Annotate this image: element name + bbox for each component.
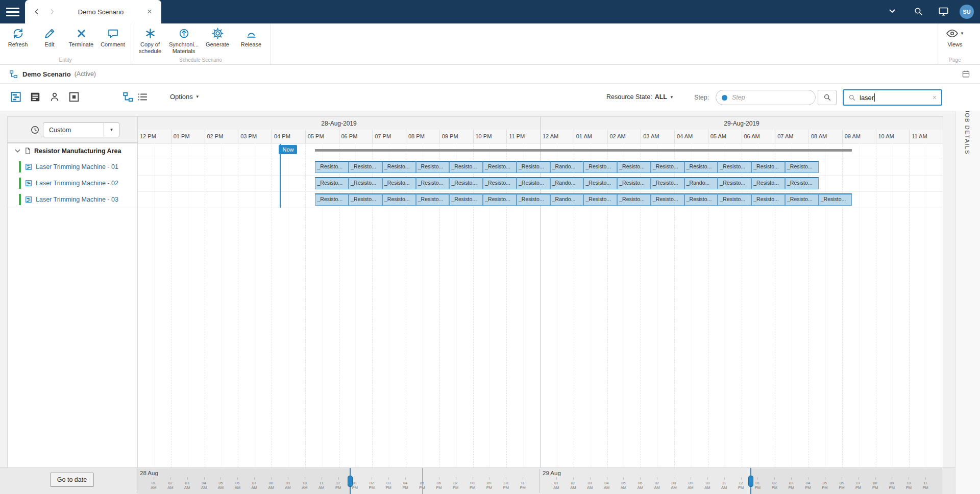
forward-icon[interactable] xyxy=(44,4,60,19)
back-icon[interactable] xyxy=(29,4,44,19)
task-bar[interactable]: _Resisto... xyxy=(449,193,483,206)
task-bar[interactable]: _Resisto... xyxy=(517,161,550,173)
go-to-date-button[interactable]: Go to date xyxy=(50,473,94,487)
views-button[interactable]: ▼ Views xyxy=(940,27,970,48)
search-icon[interactable] xyxy=(914,7,923,16)
task-bar[interactable]: _Resisto... xyxy=(517,177,550,189)
task-bar[interactable]: _Resisto... xyxy=(483,177,517,189)
ribbon-group-label: Entity xyxy=(0,57,131,63)
overview-day-label: 29 Aug xyxy=(543,470,561,476)
scenario-tab[interactable]: Demo Scenario × xyxy=(25,0,161,23)
options-dropdown[interactable]: Options ▼ xyxy=(170,93,200,101)
task-bar[interactable]: _Resisto... xyxy=(617,177,651,189)
task-bar[interactable]: _Resisto... xyxy=(651,193,684,206)
machine-icon xyxy=(25,163,32,170)
task-bar[interactable]: _Resisto... xyxy=(315,193,349,206)
hour-header-cell: 10 PM xyxy=(473,130,507,143)
flow-view-icon[interactable] xyxy=(122,91,135,104)
gantt-area: 28-Aug-201929-Aug-2019 12 PM01 PM02 PM03… xyxy=(7,116,943,468)
clear-search-icon[interactable]: × xyxy=(933,93,937,102)
task-bar[interactable]: _Resisto... xyxy=(651,177,684,189)
task-bar[interactable]: _Resisto... xyxy=(684,161,718,173)
overview-hour-label: 11 PM xyxy=(517,481,529,490)
generate-button[interactable]: Generate xyxy=(201,27,234,48)
task-bar[interactable]: _Resisto... xyxy=(517,193,550,206)
resource-row[interactable]: Laser Trimming Machine - 01 xyxy=(8,159,137,176)
task-bar[interactable]: _Resisto... xyxy=(684,193,718,206)
task-bar[interactable]: _Resisto... xyxy=(583,177,617,189)
task-bar[interactable]: _Resisto... xyxy=(416,177,450,189)
job-details-title[interactable]: JOB DETAILS xyxy=(964,109,970,155)
edit-button[interactable]: Edit xyxy=(34,27,65,48)
panel-toggle-icon[interactable] xyxy=(962,70,970,79)
resource-view-icon[interactable] xyxy=(30,91,42,104)
task-bar[interactable]: _Resisto... xyxy=(416,193,450,206)
dropdown-caret-icon[interactable] xyxy=(889,9,895,13)
step-status-dot-icon xyxy=(722,95,727,101)
synchronize-materials-button[interactable]: Synchroni... Materials xyxy=(167,27,201,54)
resource-name: Laser Trimming Machine - 02 xyxy=(36,180,118,187)
task-bar[interactable]: _Resisto... xyxy=(349,193,382,206)
task-bar[interactable]: _Resisto... xyxy=(416,161,450,173)
task-bar[interactable]: _Resisto... xyxy=(718,177,751,189)
task-bar[interactable]: _Resisto... xyxy=(583,161,617,173)
step-search-button[interactable] xyxy=(818,90,837,105)
task-bar[interactable]: _Resisto... xyxy=(751,193,785,206)
resource-group-row[interactable]: Resistor Manufacturing Area xyxy=(8,143,943,159)
search-input[interactable]: laser × xyxy=(843,89,942,106)
task-bar[interactable]: _Resisto... xyxy=(382,193,416,206)
task-bar[interactable]: _Rando... xyxy=(550,193,584,206)
task-bar[interactable]: _Resisto... xyxy=(785,177,819,189)
task-bar[interactable]: _Resisto... xyxy=(819,193,852,206)
panel-divider[interactable] xyxy=(137,117,138,468)
hour-header-row: 12 PM01 PM02 PM03 PM04 PM05 PM06 PM07 PM… xyxy=(8,130,943,143)
overview-window-left-handle[interactable] xyxy=(348,476,353,487)
matrix-view-icon[interactable] xyxy=(68,91,81,104)
task-bar[interactable]: _Resisto... xyxy=(449,177,483,189)
overview-window-right-handle[interactable] xyxy=(748,476,753,487)
copy-of-schedule-button[interactable]: Copy of schedule xyxy=(133,27,167,54)
gantt-view-icon[interactable] xyxy=(10,91,22,104)
release-button[interactable]: Release xyxy=(234,27,268,48)
comment-button[interactable]: Comment xyxy=(97,27,129,48)
task-bar[interactable]: _Resisto... xyxy=(483,161,517,173)
resource-state-dropdown[interactable]: Resource State: ALL ▼ xyxy=(606,93,674,101)
task-bar[interactable]: _Rando... xyxy=(684,177,718,189)
task-bar[interactable]: _Rando... xyxy=(550,177,584,189)
task-bar[interactable]: _Resisto... xyxy=(382,177,416,189)
close-tab-icon[interactable]: × xyxy=(142,4,157,19)
task-bar[interactable]: _Resisto... xyxy=(382,161,416,173)
display-icon[interactable] xyxy=(938,7,949,16)
timescale-dropdown[interactable]: Custom ▼ xyxy=(43,122,119,137)
refresh-button[interactable]: Refresh xyxy=(2,27,34,48)
avatar[interactable]: SU xyxy=(960,5,974,19)
task-bar[interactable]: _Resisto... xyxy=(617,193,651,206)
task-bar[interactable]: _Resisto... xyxy=(751,161,785,173)
collapse-group-icon[interactable] xyxy=(14,147,21,155)
terminate-button[interactable]: Terminate xyxy=(65,27,97,48)
operator-view-icon[interactable] xyxy=(49,91,61,104)
list-view-icon[interactable] xyxy=(137,91,149,104)
hour-header-cell: 09 AM xyxy=(842,130,876,143)
views-eye-icon xyxy=(946,27,959,40)
scenario-icon xyxy=(9,70,18,79)
task-bar[interactable]: _Resisto... xyxy=(449,161,483,173)
task-bar[interactable]: _Resisto... xyxy=(483,193,517,206)
resource-row[interactable]: Laser Trimming Machine - 03 xyxy=(8,191,137,208)
task-bar[interactable]: _Resisto... xyxy=(315,161,349,173)
step-input[interactable]: Step xyxy=(716,90,816,105)
resource-row[interactable]: Laser Trimming Machine - 02 xyxy=(8,175,137,192)
task-bar[interactable]: _Resisto... xyxy=(785,161,819,173)
task-bar[interactable]: _Resisto... xyxy=(718,161,751,173)
task-bar[interactable]: _Resisto... xyxy=(751,177,785,189)
task-bar[interactable]: _Resisto... xyxy=(718,193,751,206)
task-bar[interactable]: _Rando... xyxy=(550,161,584,173)
task-bar[interactable]: _Resisto... xyxy=(315,177,349,189)
task-bar[interactable]: _Resisto... xyxy=(617,161,651,173)
task-bar[interactable]: _Resisto... xyxy=(349,177,382,189)
task-bar[interactable]: _Resisto... xyxy=(583,193,617,206)
task-bar[interactable]: _Resisto... xyxy=(349,161,382,173)
hamburger-menu-icon[interactable] xyxy=(6,6,19,18)
task-bar[interactable]: _Resisto... xyxy=(651,161,684,173)
task-bar[interactable]: _Resisto... xyxy=(785,193,819,206)
